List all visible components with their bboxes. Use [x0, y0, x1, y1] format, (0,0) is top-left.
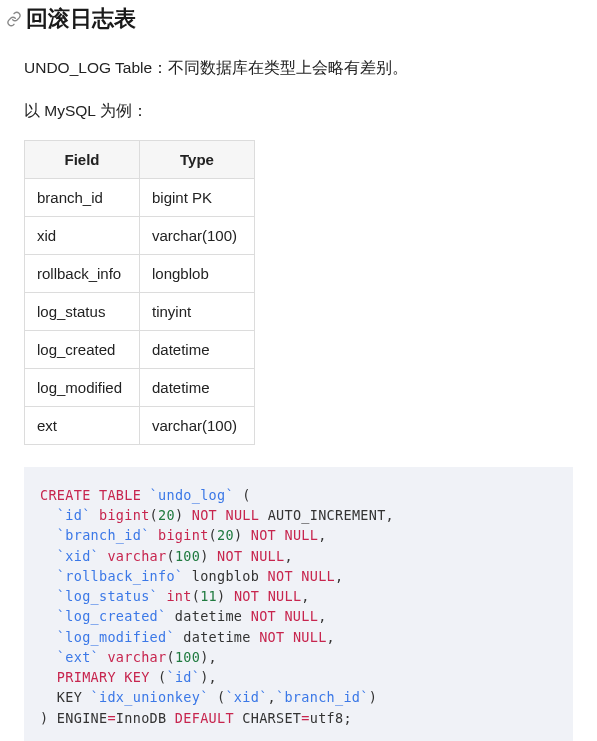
page-title: 回滚日志表 — [26, 4, 136, 34]
table-row: log_createddatetime — [25, 330, 255, 368]
table-header: Type — [140, 140, 255, 178]
table-header: Field — [25, 140, 140, 178]
table-cell: varchar(100) — [140, 216, 255, 254]
link-icon — [6, 11, 22, 27]
table-row: log_modifieddatetime — [25, 368, 255, 406]
table-row: extvarchar(100) — [25, 406, 255, 444]
table-cell: ext — [25, 406, 140, 444]
table-cell: branch_id — [25, 178, 140, 216]
table-cell: bigint PK — [140, 178, 255, 216]
table-cell: datetime — [140, 368, 255, 406]
example-line: 以 MySQL 为例： — [24, 101, 573, 122]
schema-table: Field Type branch_idbigint PKxidvarchar(… — [24, 140, 255, 445]
table-cell: rollback_info — [25, 254, 140, 292]
table-row: log_statustinyint — [25, 292, 255, 330]
table-cell: varchar(100) — [140, 406, 255, 444]
intro-text: UNDO_LOG Table：不同数据库在类型上会略有差别。 — [24, 56, 573, 81]
table-cell: longblob — [140, 254, 255, 292]
table-row: branch_idbigint PK — [25, 178, 255, 216]
sql-code-block: CREATE TABLE `undo_log` ( `id` bigint(20… — [24, 467, 573, 741]
table-cell: log_status — [25, 292, 140, 330]
table-cell: log_modified — [25, 368, 140, 406]
table-cell: datetime — [140, 330, 255, 368]
table-cell: log_created — [25, 330, 140, 368]
table-row: xidvarchar(100) — [25, 216, 255, 254]
table-cell: tinyint — [140, 292, 255, 330]
table-cell: xid — [25, 216, 140, 254]
table-row: rollback_infolongblob — [25, 254, 255, 292]
